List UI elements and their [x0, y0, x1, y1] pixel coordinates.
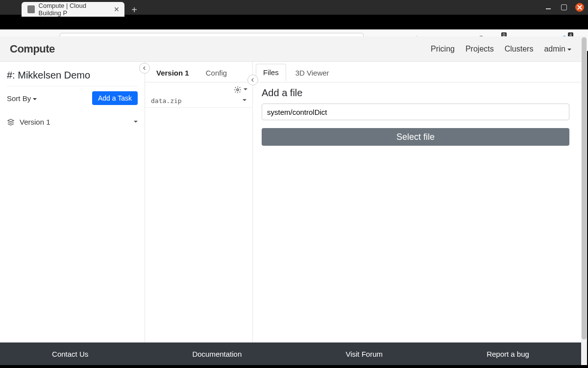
nav-clusters[interactable]: Clusters [505, 45, 534, 53]
sidebar-item-label: Version 1 [20, 118, 50, 126]
project-title: #: Mikkelsen Demo [7, 70, 138, 86]
select-file-button[interactable]: Select file [262, 128, 569, 146]
add-task-button[interactable]: Add a Task [92, 91, 138, 105]
project-sidebar: #: Mikkelsen Demo Sort By Add a Task Ver… [0, 62, 145, 342]
browser-tab-active[interactable]: Compute | Cloud Building P ✕ [22, 2, 124, 17]
main-layout: #: Mikkelsen Demo Sort By Add a Task Ver… [0, 62, 581, 342]
tab-3d-viewer[interactable]: 3D Viewer [288, 64, 337, 81]
nav-projects[interactable]: Projects [466, 45, 494, 53]
file-item-menu-icon[interactable] [243, 97, 246, 105]
sort-by-dropdown[interactable]: Sort By [7, 94, 37, 103]
gear-icon[interactable] [234, 86, 242, 94]
browser-tab-title: Compute | Cloud Building P [39, 2, 110, 17]
app-topnav: Compute Pricing Projects Clusters admin [0, 36, 581, 62]
file-list-item[interactable]: data.zip [145, 94, 252, 108]
nav-user-dropdown[interactable]: admin [544, 45, 571, 53]
footer-forum[interactable]: Visit Forum [345, 350, 383, 358]
task-column: Version 1 Config data.zip [145, 62, 253, 342]
tab-close-icon[interactable]: ✕ [114, 5, 120, 13]
browser-tabstrip: Compute | Cloud Building P ✕ + [0, 0, 141, 17]
gear-dropdown-icon[interactable] [244, 85, 247, 94]
chevron-down-icon[interactable] [134, 118, 138, 126]
footer-contact[interactable]: Contact Us [52, 350, 88, 358]
collapse-sidebar-button[interactable] [139, 63, 150, 74]
brand-logo[interactable]: Compute [10, 43, 55, 55]
file-name: data.zip [151, 97, 182, 105]
sidebar-item-version[interactable]: Version 1 [7, 118, 138, 126]
window-close-button[interactable] [575, 3, 584, 12]
file-path-input[interactable] [262, 104, 569, 120]
tab-version[interactable]: Version 1 [149, 64, 196, 81]
favicon-icon [27, 5, 35, 13]
footer-docs[interactable]: Documentation [192, 350, 242, 358]
page-root: Compute Pricing Projects Clusters admin … [0, 36, 581, 365]
new-tab-button[interactable]: + [127, 3, 141, 17]
topnav-links: Pricing Projects Clusters admin [431, 45, 571, 53]
nav-pricing[interactable]: Pricing [431, 45, 455, 53]
page-scrollbar[interactable] [581, 36, 587, 365]
footer-bug[interactable]: Report a bug [487, 350, 529, 358]
collapse-midcol-button[interactable] [247, 75, 258, 85]
window-minimize-button[interactable] [544, 3, 553, 12]
tab-config[interactable]: Config [198, 64, 234, 81]
app-footer: Contact Us Documentation Visit Forum Rep… [0, 342, 581, 365]
tab-files[interactable]: Files [256, 64, 286, 81]
svg-point-7 [237, 89, 239, 91]
content-column: Files 3D Viewer Add a file Select file [253, 62, 581, 342]
section-heading: Add a file [262, 87, 569, 99]
stack-icon [7, 118, 15, 126]
window-maximize-button[interactable] [560, 3, 568, 12]
